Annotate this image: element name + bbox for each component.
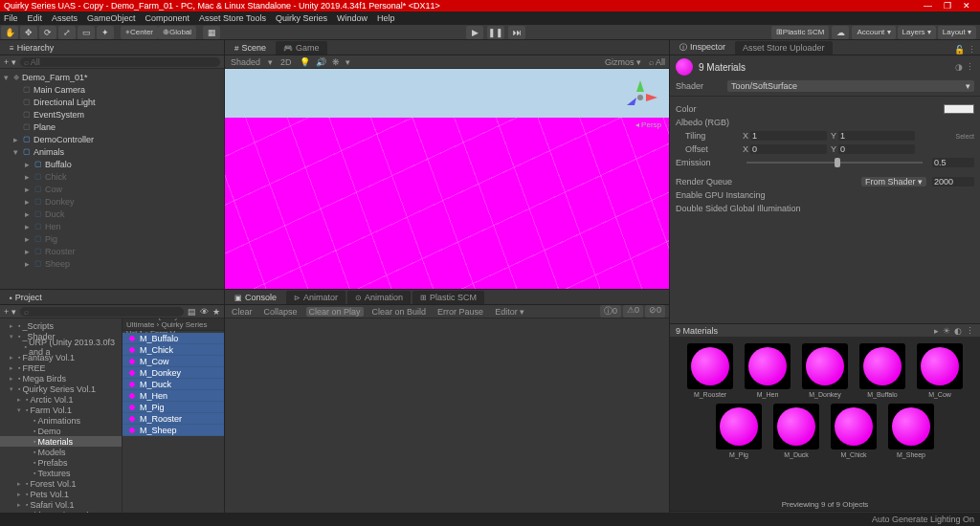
transform-tool-icon[interactable]: ✦	[97, 26, 114, 39]
cloud-icon[interactable]: ☁	[832, 26, 849, 39]
tab-console[interactable]: ▣Console	[227, 291, 284, 304]
light-icon[interactable]: 💡	[300, 57, 310, 67]
snap-icon[interactable]: ▦	[203, 26, 220, 39]
2d-toggle[interactable]: 2D	[278, 57, 294, 67]
project-tree-item[interactable]: ▪URP (Unity 2019.3.0f3 and a	[0, 341, 122, 352]
project-tree-item[interactable]: ▾▪Farm Vol.1	[0, 405, 122, 415]
console-body[interactable]	[225, 318, 669, 526]
menu-quirky-series[interactable]: Quirky Series	[276, 13, 327, 23]
rect-tool-icon[interactable]: ▭	[78, 26, 95, 39]
project-tree-item[interactable]: ▪Materials	[0, 436, 122, 447]
create-dropdown[interactable]: + ▾	[4, 57, 16, 67]
project-material-item[interactable]: M_Pig	[122, 402, 224, 413]
hierarchy-item[interactable]: ▸▢Hen	[0, 220, 224, 232]
hierarchy-item[interactable]: ▸▢Cow	[0, 183, 224, 195]
close-icon[interactable]: ✕	[963, 1, 970, 11]
tiling-y-field[interactable]: 1	[838, 131, 915, 141]
tab-game[interactable]: 🎮Game	[276, 41, 327, 55]
filter-icon[interactable]: ▤	[188, 307, 196, 317]
fx-icon[interactable]: ❋	[332, 57, 340, 67]
preview-material-item[interactable]: M_Pig	[713, 404, 765, 458]
project-tree-item[interactable]: ▸▪Arctic Vol.1	[0, 394, 122, 405]
tab-inspector[interactable]: ⓘInspector	[672, 40, 733, 55]
project-material-item[interactable]: M_Buffalo	[122, 333, 224, 344]
hierarchy-body[interactable]: ▾◆Demo_Farm_01* ▢Main Camera▢Directional…	[0, 69, 224, 289]
gizmos-dropdown[interactable]: Gizmos ▾	[603, 57, 643, 67]
project-material-item[interactable]: M_Chick	[122, 344, 224, 356]
orientation-gizmo[interactable]	[621, 78, 659, 117]
preview-material-item[interactable]: M_Donkey	[799, 343, 851, 398]
scene-viewport[interactable]: ◂ Persp	[225, 69, 669, 289]
minimize-icon[interactable]: —	[924, 1, 932, 11]
hierarchy-item[interactable]: ▸▢DemoController	[0, 133, 224, 145]
preview-play-icon[interactable]: ▸	[934, 326, 939, 336]
preview-material-item[interactable]: M_Cow	[914, 343, 966, 398]
project-tree-item[interactable]: ▪Prefabs	[0, 457, 122, 468]
offset-x-field[interactable]: 0	[750, 144, 827, 154]
hierarchy-item[interactable]: ▢Plane	[0, 121, 224, 133]
step-button[interactable]: ⏭	[508, 26, 525, 39]
hierarchy-item[interactable]: ▢Directional Light	[0, 96, 224, 108]
hierarchy-item[interactable]: ▸▢Rooster	[0, 245, 224, 257]
lock-icon[interactable]: 🔓 ⋮	[954, 45, 976, 55]
tab-plastic-scm[interactable]: ⊞Plastic SCM	[412, 291, 484, 304]
preview-material-item[interactable]: M_Rooster	[684, 343, 736, 398]
account-dropdown[interactable]: Account ▾	[852, 26, 895, 39]
project-tree-item[interactable]: ▸▪Mega Birds	[0, 373, 122, 384]
project-items[interactable]: M_BuffaloM_ChickM_CowM_DonkeyM_DuckM_Hen…	[122, 331, 224, 513]
menu-asset-store-tools[interactable]: Asset Store Tools	[199, 13, 266, 23]
preview-menu-icon[interactable]: ⋮	[966, 326, 974, 336]
project-tree[interactable]: ▸▪_Scripts▾▪_Shader▪URP (Unity 2019.3.0f…	[0, 318, 122, 513]
pivot-toggle[interactable]: ⌖Center	[121, 26, 158, 39]
create-dropdown[interactable]: + ▾	[4, 307, 16, 317]
menu-help[interactable]: Help	[377, 13, 395, 23]
rotate-tool-icon[interactable]: ⟳	[39, 26, 56, 39]
hand-tool-icon[interactable]: ✋	[1, 26, 18, 39]
info-count[interactable]: ⓘ0	[600, 305, 621, 318]
preview-material-item[interactable]: M_Buffalo	[857, 343, 908, 398]
project-tree-item[interactable]: ▸▪FREE	[0, 362, 122, 373]
project-tree-item[interactable]: ▪Textures	[0, 468, 122, 478]
error-count[interactable]: ⊘0	[645, 305, 665, 318]
render-queue-mode[interactable]: From Shader ▾	[861, 177, 926, 186]
editor-dropdown[interactable]: Editor ▾	[492, 307, 527, 317]
shader-dropdown[interactable]: Toon/SoftSurface ▾	[727, 80, 974, 92]
maximize-icon[interactable]: ❐	[944, 1, 951, 11]
scale-tool-icon[interactable]: ⤢	[58, 26, 76, 39]
tab-animation[interactable]: ⊙Animation	[347, 291, 411, 304]
project-tree-item[interactable]: ▸▪Forest Vol.1	[0, 478, 122, 489]
hierarchy-item[interactable]: ▸▢Donkey	[0, 195, 224, 208]
scene-root[interactable]: ▾◆Demo_Farm_01*	[0, 71, 224, 83]
hierarchy-item[interactable]: ▾▢Animals	[0, 145, 224, 158]
project-tree-item[interactable]: ▸▪_Scripts	[0, 320, 122, 331]
star-icon[interactable]: ★	[212, 307, 220, 317]
tab-animator[interactable]: ⊳Animator	[286, 291, 345, 304]
preview-material-item[interactable]: M_Hen	[742, 343, 793, 398]
layers-dropdown[interactable]: Layers ▾	[898, 26, 936, 39]
project-material-item[interactable]: M_Hen	[122, 390, 224, 402]
pause-button[interactable]: ❚❚	[487, 26, 504, 39]
project-tree-item[interactable]: ▪Demo	[0, 426, 122, 436]
audio-icon[interactable]: 🔊	[316, 57, 326, 67]
project-material-item[interactable]: M_Donkey	[122, 367, 224, 379]
menu-gameobject[interactable]: GameObject	[87, 13, 136, 23]
error-pause-button[interactable]: Error Pause	[434, 307, 486, 317]
render-queue-value[interactable]: 2000	[932, 177, 974, 186]
breadcrumb[interactable]: Assets › Quirky Series Ultimate › Quirky…	[122, 318, 224, 331]
color-field[interactable]	[944, 104, 974, 114]
search-hierarchy[interactable]: ⌕ All	[20, 57, 220, 67]
move-tool-icon[interactable]: ✥	[20, 26, 37, 39]
hierarchy-item[interactable]: ▸▢Pig	[0, 232, 224, 245]
hierarchy-item[interactable]: ▢EventSystem	[0, 108, 224, 121]
project-material-item[interactable]: M_Rooster	[122, 413, 224, 425]
clear-on-build-button[interactable]: Clear on Build	[369, 307, 430, 317]
clear-button[interactable]: Clear	[229, 307, 256, 317]
plastic-scm-button[interactable]: ⊞Plastic SCM	[771, 26, 830, 39]
hierarchy-item[interactable]: ▸▢Duck	[0, 208, 224, 220]
emission-slider[interactable]	[746, 162, 923, 164]
warn-count[interactable]: ⚠0	[623, 305, 643, 318]
preview-material-item[interactable]: M_Sheep	[885, 404, 937, 458]
search-project[interactable]: ⌕	[20, 307, 184, 317]
select-texture-button[interactable]: Select	[956, 133, 974, 140]
hierarchy-item[interactable]: ▸▢Chick	[0, 170, 224, 183]
